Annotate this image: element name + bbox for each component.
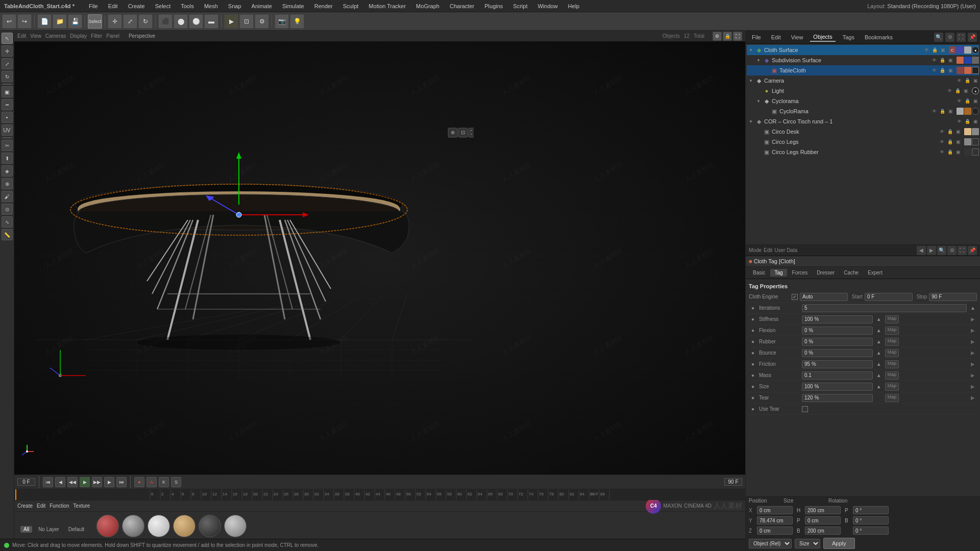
scene-tab-view[interactable]: View [788,33,806,41]
tool-select[interactable]: ↖ [2,33,13,44]
open-btn[interactable]: 📁 [53,14,67,29]
size-value[interactable]: 100 % [802,383,873,391]
cloth-engine-checkbox[interactable] [792,294,798,300]
props-pin-icon[interactable]: 📌 [968,246,977,255]
tool-poly[interactable]: ▣ [2,86,13,97]
tool-extrude[interactable]: ⬆ [2,153,13,164]
cube-btn[interactable]: ⬛ [158,14,173,29]
tool-edge[interactable]: ━ [2,99,13,110]
use-tear-checkbox[interactable] [802,406,808,412]
viewport-expand-icon[interactable]: ⛶ [733,32,742,41]
menu-create[interactable]: Create [126,2,147,10]
viewport-lock-icon[interactable]: 🔒 [723,32,732,41]
mat-tab-default[interactable]: Default [65,526,88,533]
bounce-value[interactable]: 0 % [802,349,873,357]
key-sel-btn[interactable]: S [171,477,181,487]
mat-tab-all[interactable]: All [20,526,32,533]
x-rot-value[interactable]: 0 ° [853,506,889,514]
circo-desk-render-btn[interactable]: ▣ [954,128,962,135]
rotate-btn[interactable]: ↻ [138,14,153,29]
circo-rubber-lock-btn[interactable]: 🔒 [946,148,953,156]
mat-function-btn[interactable]: Function [50,503,69,509]
goto-start-btn[interactable]: ⏮ [43,477,53,487]
light-vis-btn[interactable]: 👁 [946,87,953,94]
menu-tools[interactable]: Tools [179,2,196,10]
props-header-mode[interactable]: Mode [749,247,762,253]
x-pos-value[interactable]: 0 cm [757,506,793,514]
cor-vis-btn[interactable]: 👁 [955,118,963,125]
cyclorama-mesh-lock-btn[interactable]: 🔒 [939,108,946,115]
flexion-arrow-icon[interactable]: ▲ [875,327,883,335]
current-frame-display[interactable]: 0 F [17,478,35,486]
y-size-value[interactable]: 0 cm [805,516,841,524]
next-frame-btn[interactable]: ▶ [104,477,114,487]
rubber-value[interactable]: 0 % [802,338,873,346]
menu-animate[interactable]: Animate [250,2,274,10]
tree-item-circo-desk[interactable]: ▣ Circo Desk 👁 🔒 ▣ [747,127,979,137]
viewport-menu-view[interactable]: View [30,33,41,39]
subdiv-lock-btn[interactable]: 🔒 [939,57,946,64]
tool-move[interactable]: ✛ [2,45,13,57]
viewport-canvas[interactable]: 人人素材区人人素材区人人素材区人人素材区人人素材区人人素材区人人素材区人人素材区… [14,42,745,474]
subdiv-render-btn[interactable]: ▣ [947,57,954,64]
menu-mograph[interactable]: MoGraph [414,2,442,10]
light-render-btn[interactable]: ▣ [962,87,969,94]
friction-arrow-icon[interactable]: ▲ [875,360,883,368]
circo-rubber-render-btn[interactable]: ▣ [954,148,962,156]
circo-rubber-vis-btn[interactable]: 👁 [938,148,945,156]
bounce-map-btn[interactable]: Map [885,349,899,357]
tree-item-subdiv[interactable]: ▼ ◆ Subdivision Surface 👁 🔒 ▣ [747,55,979,65]
mat-edit-btn[interactable]: Edit [37,503,45,509]
circo-desk-vis-btn[interactable]: 👁 [938,128,945,135]
rubber-arrow-icon[interactable]: ▲ [875,338,883,346]
viewport-menu-filter[interactable]: Filter [91,33,102,39]
menu-character[interactable]: Character [448,2,476,10]
props-header-edit[interactable]: Edit [764,247,772,253]
z-size-value[interactable]: 200 cm [805,527,841,535]
move-btn[interactable]: ✛ [108,14,122,29]
camera-vis-btn[interactable]: 👁 [955,77,963,84]
menu-sculpt[interactable]: Sculpt [341,2,361,10]
prev-frame-btn[interactable]: ◀ [55,477,65,487]
mass-map-btn[interactable]: Map [885,371,899,380]
auto-key-btn[interactable]: A [146,477,157,487]
menu-help[interactable]: Help [566,2,582,10]
friction-right-arrow[interactable]: ▶ [969,360,977,368]
size-arrow-icon[interactable]: ▲ [875,383,883,391]
menu-render[interactable]: Render [312,2,335,10]
tool-magnet[interactable]: ⊙ [2,204,13,215]
cylinder-btn[interactable]: ⚪ [189,14,203,29]
apply-button[interactable]: Apply [823,538,855,549]
menu-window[interactable]: Window [535,2,559,10]
props-settings-icon[interactable]: ⚙ [947,246,957,255]
mass-arrow-icon[interactable]: ▲ [875,371,883,380]
tool-knife[interactable]: ✂ [2,140,13,151]
rubber-map-btn[interactable]: Map [885,338,899,346]
friction-value[interactable]: 95 % [802,360,873,368]
render-btn[interactable]: ▶ [224,14,238,29]
timeline-track[interactable]: 0 2 4 6 8 10 12 14 16 18 20 22 2 [14,489,745,500]
play-backward-btn[interactable]: ◀◀ [67,477,78,487]
tree-render-btn[interactable]: ▣ [939,46,946,54]
play-btn[interactable]: ▶ [80,477,90,487]
size-map-btn[interactable]: Map [885,383,899,391]
props-forward-icon[interactable]: ▶ [927,246,936,255]
bounce-arrow-icon[interactable]: ▲ [875,349,883,357]
cyclorama-mesh-vis-btn[interactable]: 👁 [930,108,938,115]
scene-tab-bookmarks[interactable]: Bookmarks [862,33,896,41]
friction-map-btn[interactable]: Map [885,360,899,368]
key-all-btn[interactable]: K [159,477,169,487]
scene-tab-objects[interactable]: Objects [810,33,835,42]
cyclorama-vis-btn[interactable]: 👁 [955,97,963,105]
tool-rotate[interactable]: ↻ [2,71,13,82]
tree-item-cyclorama-mesh[interactable]: ▣ CycloRama 👁 🔒 ▣ [747,106,979,116]
circo-legs-lock-btn[interactable]: 🔒 [946,138,953,145]
end-frame-display[interactable]: 90 F [724,478,742,486]
tablecloth-vis-btn[interactable]: 👁 [930,67,938,74]
tool-paint[interactable]: 🖌 [2,191,13,202]
size-mode-dropdown[interactable]: Size [795,539,820,548]
props-back-icon[interactable]: ◀ [917,246,926,255]
sphere-btn[interactable]: ⬤ [174,14,188,29]
menu-motiontracker[interactable]: Motion Tracker [366,2,408,10]
tool-spline[interactable]: ∿ [2,216,13,228]
